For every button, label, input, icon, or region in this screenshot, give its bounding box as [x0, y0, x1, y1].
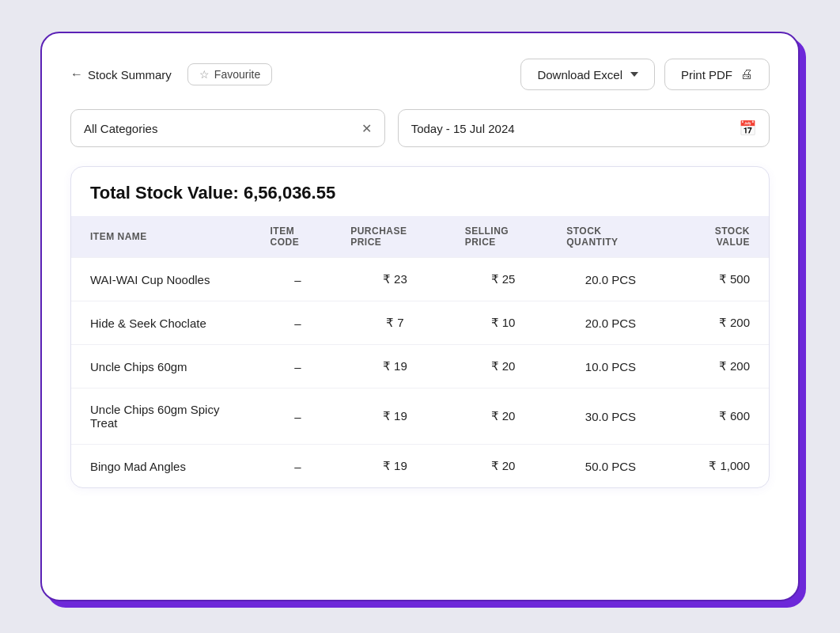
cell-item-code: – [258, 345, 339, 389]
cell-item-name: Uncle Chips 60gm [71, 345, 258, 389]
calendar-icon: 📅 [739, 119, 756, 137]
cell-item-name: Uncle Chips 60gm Spicy Treat [71, 389, 258, 445]
table-row: WAI-WAI Cup Noodles – ₹ 23 ₹ 25 20.0 PCS… [71, 258, 769, 301]
print-pdf-button[interactable]: Print PDF 🖨 [664, 59, 770, 90]
cell-stock-quantity: 10.0 PCS [554, 345, 667, 389]
filters-row: All Categories ✕ Today - 15 Jul 2024 📅 [70, 109, 770, 147]
table-row: Bingo Mad Angles – ₹ 19 ₹ 20 50.0 PCS ₹ … [71, 445, 769, 488]
chevron-down-icon [630, 72, 638, 77]
cell-stock-quantity: 20.0 PCS [554, 258, 667, 301]
col-stock-value: STOCK VALUE [668, 216, 769, 258]
col-item-name: Item name [71, 216, 258, 258]
cell-item-name: Bingo Mad Angles [71, 445, 258, 488]
table-row: Uncle Chips 60gm Spicy Treat – ₹ 19 ₹ 20… [71, 389, 769, 445]
stock-table-card: Total Stock Value: 6,56,036.55 Item name… [70, 166, 770, 488]
cell-selling-price: ₹ 20 [452, 389, 554, 445]
action-buttons: Download Excel Print PDF 🖨 [520, 59, 770, 90]
close-icon[interactable]: ✕ [361, 121, 372, 136]
cell-stock-quantity: 30.0 PCS [554, 389, 667, 445]
cell-selling-price: ₹ 20 [452, 445, 554, 488]
cell-selling-price: ₹ 25 [452, 258, 554, 301]
back-link[interactable]: ← Stock Summary [70, 67, 172, 81]
cell-stock-quantity: 20.0 PCS [554, 301, 667, 345]
cell-stock-value: ₹ 600 [668, 389, 769, 445]
cell-item-name: WAI-WAI Cup Noodles [71, 258, 258, 301]
cell-item-name: Hide & Seek Choclate [71, 301, 258, 345]
print-label: Print PDF [681, 68, 732, 81]
cell-stock-value: ₹ 500 [668, 258, 769, 301]
col-selling-price: SELLING PRICE [452, 216, 554, 258]
stock-table: Item name ITEM CODE PURCHASE PRICE SELLI… [71, 216, 769, 487]
cell-purchase-price: ₹ 19 [338, 389, 452, 445]
cell-purchase-price: ₹ 7 [338, 301, 452, 345]
main-card: ← Stock Summary ☆ Favourite Download Exc… [40, 32, 800, 601]
cell-selling-price: ₹ 20 [452, 345, 554, 389]
date-label: Today - 15 Jul 2024 [411, 122, 515, 135]
cell-item-code: – [258, 301, 339, 345]
back-label: Stock Summary [88, 68, 172, 81]
header-row: ← Stock Summary ☆ Favourite Download Exc… [70, 59, 770, 90]
cell-item-code: – [258, 445, 339, 488]
category-filter[interactable]: All Categories ✕ [70, 109, 385, 147]
cell-item-code: – [258, 389, 339, 445]
category-label: All Categories [84, 122, 157, 135]
cell-stock-value: ₹ 1,000 [668, 445, 769, 488]
download-excel-button[interactable]: Download Excel [520, 59, 655, 90]
star-icon: ☆ [199, 68, 210, 81]
cell-selling-price: ₹ 10 [452, 301, 554, 345]
col-stock-quantity: STOCK QUANTITY [554, 216, 667, 258]
printer-icon: 🖨 [740, 67, 753, 81]
cell-purchase-price: ₹ 19 [338, 445, 452, 488]
cell-stock-value: ₹ 200 [668, 301, 769, 345]
date-filter[interactable]: Today - 15 Jul 2024 📅 [398, 109, 770, 147]
table-header-row: Item name ITEM CODE PURCHASE PRICE SELLI… [71, 216, 769, 258]
total-stock-value: Total Stock Value: 6,56,036.55 [71, 167, 769, 216]
cell-item-code: – [258, 258, 339, 301]
favourite-label: Favourite [214, 68, 260, 81]
back-nav: ← Stock Summary ☆ Favourite [70, 63, 272, 85]
back-arrow-icon: ← [70, 67, 83, 81]
cell-stock-quantity: 50.0 PCS [554, 445, 667, 488]
cell-stock-value: ₹ 200 [668, 345, 769, 389]
col-purchase-price: PURCHASE PRICE [338, 216, 452, 258]
favourite-button[interactable]: ☆ Favourite [187, 63, 272, 85]
col-item-code: ITEM CODE [258, 216, 339, 258]
cell-purchase-price: ₹ 19 [338, 345, 452, 389]
download-label: Download Excel [537, 68, 622, 81]
table-row: Uncle Chips 60gm – ₹ 19 ₹ 20 10.0 PCS ₹ … [71, 345, 769, 389]
table-row: Hide & Seek Choclate – ₹ 7 ₹ 10 20.0 PCS… [71, 301, 769, 345]
cell-purchase-price: ₹ 23 [338, 258, 452, 301]
